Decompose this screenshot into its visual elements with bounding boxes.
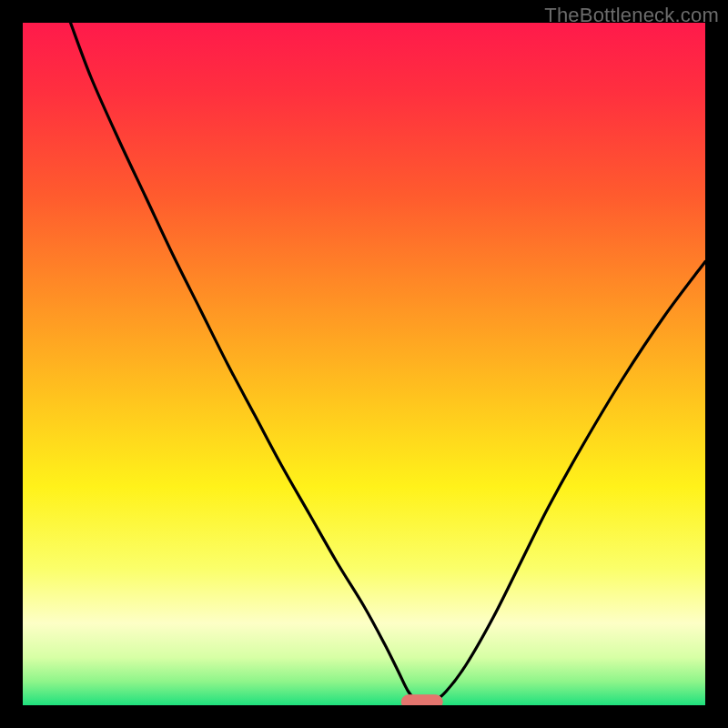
plot-svg xyxy=(23,23,705,705)
chart-frame: TheBottleneck.com xyxy=(0,0,728,728)
optimal-marker xyxy=(401,695,442,705)
gradient-background xyxy=(23,23,705,705)
bottleneck-plot xyxy=(23,23,705,705)
